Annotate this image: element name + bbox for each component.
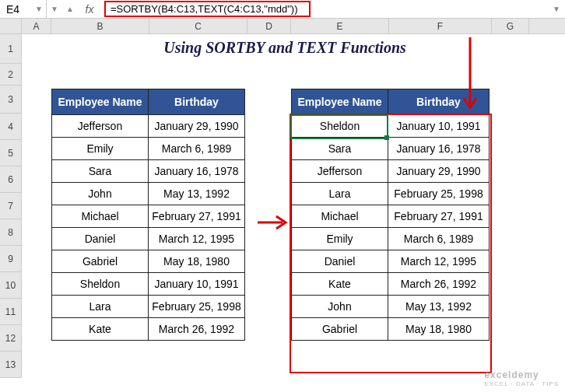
table-cell[interactable]: Jefferson (52, 115, 149, 138)
name-box[interactable]: E4 ▼ (0, 0, 47, 18)
row-header-7[interactable]: 7 (0, 193, 22, 219)
table-row[interactable]: DanielMarch 12, 1995 (292, 250, 490, 273)
table-cell[interactable]: Kate (52, 318, 149, 341)
col-header-e[interactable]: E (291, 19, 389, 33)
table-row[interactable]: JohnMay 13, 1992 (52, 183, 245, 205)
table-row[interactable]: SaraJanuary 16, 1978 (52, 160, 245, 183)
table-row[interactable]: SheldonJanuary 10, 1991 (292, 115, 490, 138)
table-row[interactable]: JohnMay 13, 1992 (292, 296, 490, 318)
row-header-11[interactable]: 11 (0, 299, 22, 325)
row-header-8[interactable]: 8 (0, 219, 22, 246)
table-header-row: Employee NameBirthday (292, 89, 490, 115)
table-row[interactable]: JeffersonJanuary 29, 1990 (292, 160, 490, 183)
row-header-10[interactable]: 10 (0, 272, 22, 299)
table-row[interactable]: GabrielMay 18, 1980 (292, 318, 490, 341)
table-header: Employee Name (292, 89, 388, 115)
table-cell[interactable]: March 26, 1992 (388, 273, 490, 296)
table-cell[interactable]: John (292, 296, 388, 318)
table-header: Birthday (149, 89, 245, 115)
table-cell[interactable]: March 26, 1992 (149, 318, 245, 341)
table-cell[interactable]: Jefferson (292, 160, 388, 183)
table-cell[interactable]: Emily (52, 138, 149, 160)
table-cell[interactable]: January 10, 1991 (388, 115, 490, 138)
table-row[interactable]: GabrielMay 18, 1980 (52, 250, 245, 273)
table-cell[interactable]: Gabriel (292, 318, 388, 341)
formula-text: =SORTBY(B4:C13,TEXT(C4:C13,"mdd")) (104, 1, 311, 17)
row-header-9[interactable]: 9 (0, 246, 22, 272)
table-cell[interactable]: March 6, 1989 (388, 228, 490, 250)
row-header-1[interactable]: 1 (0, 34, 22, 64)
table-cell[interactable]: Kate (292, 273, 388, 296)
table-cell[interactable]: February 25, 1998 (388, 183, 490, 205)
col-header-f[interactable]: F (389, 19, 492, 33)
table-cell[interactable]: January 10, 1991 (149, 273, 245, 296)
row-header-3[interactable]: 3 (0, 86, 22, 114)
table-cell[interactable]: Sara (292, 138, 388, 160)
table-row[interactable]: KateMarch 26, 1992 (52, 318, 245, 341)
table-cell[interactable]: May 13, 1992 (149, 183, 245, 205)
table-row[interactable]: SheldonJanuary 10, 1991 (52, 273, 245, 296)
table-cell[interactable]: February 25, 1998 (149, 296, 245, 318)
table-cell[interactable]: January 29, 1990 (149, 115, 245, 138)
chevron-down-icon[interactable]: ▼ (35, 5, 46, 13)
table-cell[interactable]: Lara (52, 296, 149, 318)
table-cell[interactable]: May 18, 1980 (388, 318, 490, 341)
sheet-cells[interactable]: Using SORTBY and TEXT Functions Employee… (22, 34, 565, 378)
table-row[interactable]: MichaelFebruary 27, 1991 (292, 205, 490, 228)
table-row[interactable]: EmilyMarch 6, 1989 (292, 228, 490, 250)
table-cell[interactable]: Lara (292, 183, 388, 205)
table-row[interactable]: LaraFebruary 25, 1998 (292, 183, 490, 205)
col-header-d[interactable]: D (247, 19, 291, 33)
select-all-corner[interactable] (0, 19, 22, 33)
col-header-a[interactable]: A (22, 19, 51, 33)
table-cell[interactable]: March 12, 1995 (388, 250, 490, 273)
chevron-up-icon[interactable]: ▲ (62, 5, 78, 13)
col-header-g[interactable]: G (492, 19, 529, 33)
name-box-value: E4 (6, 3, 19, 16)
chevron-down-icon[interactable]: ▼ (553, 5, 560, 13)
table-cell[interactable]: Sara (52, 160, 149, 183)
table-cell[interactable]: January 29, 1990 (388, 160, 490, 183)
table-row[interactable]: DanielMarch 12, 1995 (52, 228, 245, 250)
table-cell[interactable]: Sheldon (52, 273, 149, 296)
table-row[interactable]: EmilyMarch 6, 1989 (52, 138, 245, 160)
table-cell[interactable]: January 16, 1978 (388, 138, 490, 160)
formula-bar[interactable]: =SORTBY(B4:C13,TEXT(C4:C13,"mdd")) ▼ (101, 0, 565, 18)
col-header-b[interactable]: B (51, 19, 149, 33)
table-cell[interactable]: May 18, 1980 (149, 250, 245, 273)
table-cell[interactable]: March 6, 1989 (149, 138, 245, 160)
table-cell[interactable]: May 13, 1992 (388, 296, 490, 318)
table-cell[interactable]: January 16, 1978 (149, 160, 245, 183)
row-header-2[interactable]: 2 (0, 64, 22, 86)
table-cell[interactable]: Michael (52, 205, 149, 228)
table-cell[interactable]: February 27, 1991 (388, 205, 490, 228)
table-cell[interactable]: Daniel (52, 228, 149, 250)
row-header-12[interactable]: 12 (0, 325, 22, 352)
chevron-down-icon[interactable]: ▼ (47, 5, 62, 13)
fx-icon[interactable]: fx (78, 3, 101, 16)
row-headers: 12345678910111213 (0, 34, 22, 378)
table-cell[interactable]: Emily (292, 228, 388, 250)
table-row[interactable]: SaraJanuary 16, 1978 (292, 138, 490, 160)
table-row[interactable]: LaraFebruary 25, 1998 (52, 296, 245, 318)
row-header-6[interactable]: 6 (0, 166, 22, 193)
table-cell[interactable]: Sheldon (292, 115, 388, 138)
table-row[interactable]: MichaelFebruary 27, 1991 (52, 205, 245, 228)
table-cell[interactable]: John (52, 183, 149, 205)
table-row[interactable]: JeffersonJanuary 29, 1990 (52, 115, 245, 138)
table-cell[interactable]: Michael (292, 205, 388, 228)
row-header-4[interactable]: 4 (0, 114, 22, 140)
table-cell[interactable]: March 12, 1995 (149, 228, 245, 250)
table-cell[interactable]: Gabriel (52, 250, 149, 273)
table-cell[interactable]: February 27, 1991 (149, 205, 245, 228)
col-header-c[interactable]: C (149, 19, 247, 33)
watermark-text: exceldemy (484, 369, 559, 380)
source-table: Employee NameBirthday JeffersonJanuary 2… (51, 89, 245, 341)
row-header-5[interactable]: 5 (0, 140, 22, 166)
table-cell[interactable]: Daniel (292, 250, 388, 273)
page-title: Using SORTBY and TEXT Functions (51, 39, 518, 57)
table-row[interactable]: KateMarch 26, 1992 (292, 273, 490, 296)
arrow-down-icon (462, 37, 478, 117)
row-header-13[interactable]: 13 (0, 352, 22, 378)
column-headers: ABCDEFG (0, 19, 565, 34)
